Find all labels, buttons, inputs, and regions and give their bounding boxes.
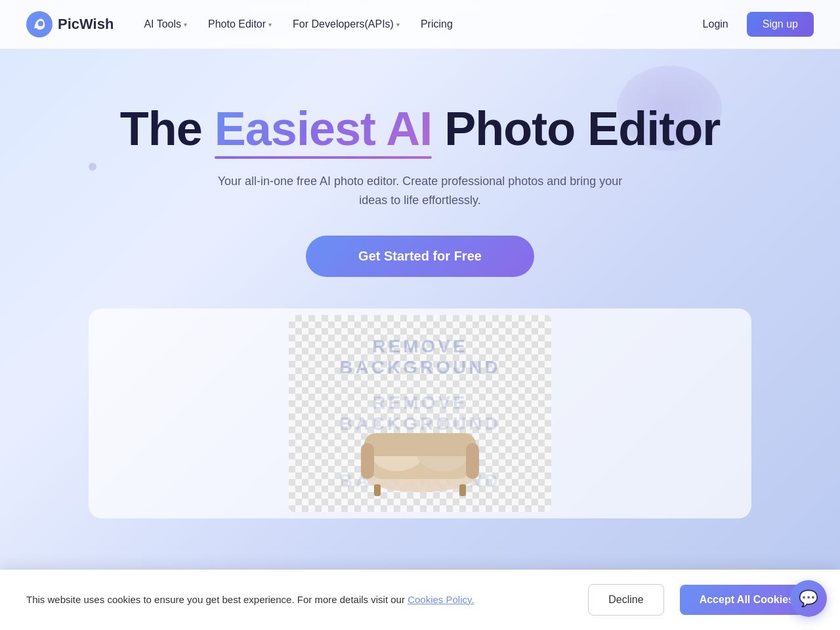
chevron-down-icon: ▾ [396,21,400,28]
cta-button[interactable]: Get Started for Free [306,236,534,277]
login-button[interactable]: Login [692,13,739,35]
remove-bg-text-1: REMOVE BACKGROUND [295,336,545,378]
nav-links: AI Tools ▾ Photo Editor ▾ For Developers… [135,13,692,35]
logo-icon [26,11,52,37]
demo-image-area: REMOVE BACKGROUND REMOVE BACKGROUND REMO… [289,315,551,512]
decline-button[interactable]: Decline [588,584,663,616]
hero-title-prefix: The [120,102,215,155]
navbar: PicWish AI Tools ▾ Photo Editor ▾ For De… [0,0,840,49]
svg-rect-7 [361,443,374,479]
chat-support-button[interactable]: 💬 [790,580,827,617]
nav-label-ai-tools: AI Tools [144,18,181,30]
nav-item-ai-tools[interactable]: AI Tools ▾ [135,13,196,35]
hero-title-highlight: Easiest AI [215,102,432,155]
hero-title-suffix: Photo Editor [432,102,720,155]
nav-item-for-developers[interactable]: For Developers(APIs) ▾ [284,13,409,35]
svg-point-1 [38,21,43,26]
svg-rect-8 [466,443,479,479]
nav-auth: Login Sign up [692,12,814,37]
sofa-illustration [354,413,486,499]
nav-label-for-developers: For Developers(APIs) [293,18,394,30]
cookie-banner: This website uses cookies to ensure you … [0,570,840,630]
hero-title: The Easiest AI Photo Editor [0,102,840,156]
chevron-down-icon: ▾ [268,21,272,28]
cookies-policy-link[interactable]: Cookies Policy. [408,594,474,605]
chat-icon: 💬 [799,589,818,608]
signup-button[interactable]: Sign up [747,12,814,37]
logo-text: PicWish [58,16,114,33]
hero-subtitle: Your all-in-one free AI photo editor. Cr… [210,172,630,210]
nav-label-pricing: Pricing [421,18,453,30]
svg-rect-10 [459,484,466,496]
cookie-text: This website uses cookies to ensure you … [26,593,572,608]
cookie-message: This website uses cookies to ensure you … [26,594,408,605]
logo-link[interactable]: PicWish [26,11,114,37]
svg-rect-6 [364,433,476,456]
nav-item-pricing[interactable]: Pricing [411,13,462,35]
hero-section: The Easiest AI Photo Editor Your all-in-… [0,49,840,545]
svg-rect-9 [374,484,381,496]
chevron-down-icon: ▾ [184,21,187,28]
demo-card: REMOVE BACKGROUND REMOVE BACKGROUND REMO… [89,308,751,518]
nav-item-photo-editor[interactable]: Photo Editor ▾ [199,13,281,35]
nav-label-photo-editor: Photo Editor [208,18,266,30]
